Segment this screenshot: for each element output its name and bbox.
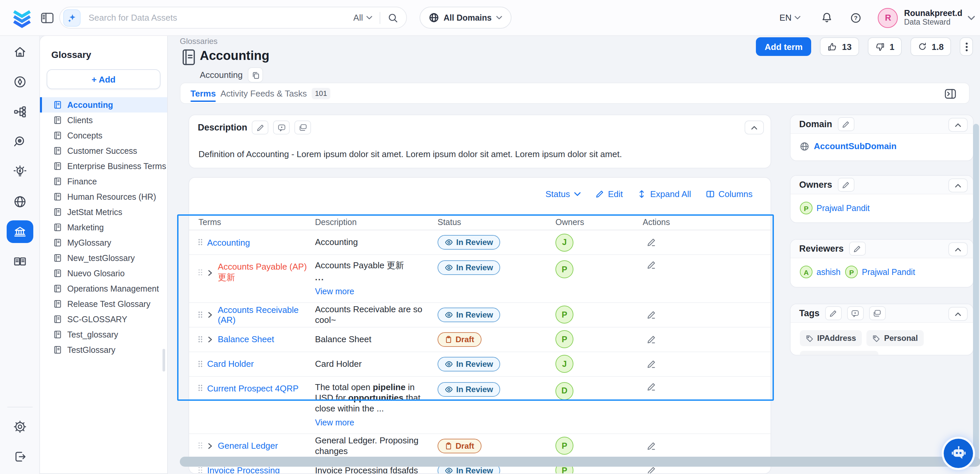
edit-domain-button[interactable]: [837, 117, 854, 131]
drag-handle-icon[interactable]: [199, 312, 202, 318]
sidebar-toggle-icon[interactable]: [41, 11, 54, 25]
glossary-list-item[interactable]: Enterprise Business Terms: [40, 158, 167, 174]
copy-icon[interactable]: [248, 67, 263, 83]
status-badge[interactable]: In Review: [438, 382, 501, 397]
glossary-list-item[interactable]: SC-GLOSSARY: [40, 312, 167, 327]
drag-handle-icon[interactable]: [199, 443, 202, 449]
glossary-list-item[interactable]: Operations Management: [40, 281, 167, 296]
expand-row-chevron-icon[interactable]: [207, 336, 213, 343]
expand-row-chevron-icon[interactable]: [207, 443, 213, 449]
nav-governance[interactable]: [0, 216, 39, 247]
nav-logout[interactable]: [0, 441, 39, 471]
nav-domains[interactable]: [0, 186, 39, 216]
glossary-list-item[interactable]: Concepts: [40, 128, 167, 143]
chevron-down-icon[interactable]: [968, 15, 975, 20]
drag-handle-icon[interactable]: [199, 467, 202, 474]
owner-avatar[interactable]: P: [555, 306, 573, 324]
drag-handle-icon[interactable]: [199, 239, 202, 246]
nav-explore[interactable]: [0, 67, 39, 97]
owner-avatar[interactable]: D: [555, 382, 573, 400]
glossary-list-item[interactable]: Customer Success: [40, 143, 167, 158]
status-badge[interactable]: Draft: [438, 332, 482, 347]
edit-action-icon[interactable]: [647, 382, 656, 391]
status-badge[interactable]: In Review: [438, 235, 501, 250]
edit-tags-button[interactable]: [825, 306, 842, 320]
glossary-list-item[interactable]: TestGlossary: [40, 342, 167, 358]
glossary-list-item[interactable]: Marketing: [40, 220, 167, 235]
nav-settings[interactable]: [0, 412, 39, 441]
edit-reviewers-button[interactable]: [849, 242, 866, 256]
term-link[interactable]: Card Holder: [207, 359, 254, 369]
reviewer-entry[interactable]: P Prajwal Pandit: [845, 266, 915, 278]
add-term-button[interactable]: Add term: [756, 37, 811, 56]
chatbot-button[interactable]: [944, 439, 973, 468]
right-panel-toggle-icon[interactable]: [944, 88, 956, 100]
term-link[interactable]: Invoice Processing: [207, 466, 280, 474]
view-more-link[interactable]: View more: [315, 286, 354, 297]
glossary-list-item[interactable]: JetStat Metrics: [40, 204, 167, 220]
search-input[interactable]: [87, 12, 353, 23]
column-header-owners[interactable]: Owners: [547, 218, 635, 227]
glossary-list-item[interactable]: Human Resources (HR): [40, 189, 167, 204]
status-badge[interactable]: In Review: [438, 307, 501, 322]
reviewer-name-link[interactable]: Prajwal Pandit: [862, 267, 915, 277]
nav-home[interactable]: [0, 37, 39, 67]
glossary-list-item[interactable]: Clients: [40, 113, 167, 128]
edit-action-icon[interactable]: [647, 260, 656, 270]
nav-observability[interactable]: [0, 126, 39, 156]
glossary-list-item[interactable]: MyGlossary: [40, 235, 167, 250]
glossary-list-item[interactable]: New_testGlossary: [40, 250, 167, 266]
suggest-tags-button[interactable]: [869, 306, 885, 320]
search-icon[interactable]: [388, 12, 398, 23]
owner-avatar[interactable]: P: [555, 331, 573, 348]
collapse-owners-button[interactable]: [948, 178, 968, 192]
nav-lineage[interactable]: [0, 97, 39, 126]
drag-handle-icon[interactable]: [199, 361, 202, 367]
owner-avatar[interactable]: P: [555, 437, 573, 455]
search-scope-dropdown[interactable]: All: [353, 13, 372, 23]
column-header-description[interactable]: Description: [307, 218, 430, 227]
all-domains-selector[interactable]: All Domains: [420, 7, 512, 29]
language-selector[interactable]: EN: [780, 13, 801, 23]
tab-activity-feeds[interactable]: Activity Feeds & Tasks 101: [220, 83, 330, 103]
status-badge[interactable]: In Review: [438, 260, 501, 275]
term-link[interactable]: Accounting: [207, 237, 250, 247]
tag-chip[interactable]: sample_policy: [800, 351, 878, 355]
term-link[interactable]: General Ledger: [218, 441, 278, 451]
upvote-button[interactable]: 13: [820, 37, 859, 56]
column-header-terms[interactable]: Terms: [189, 218, 307, 227]
view-more-link[interactable]: View more: [315, 418, 354, 428]
downvote-button[interactable]: 1: [867, 37, 901, 56]
edit-description-button[interactable]: [252, 121, 269, 135]
reviewer-name-link[interactable]: ashish: [816, 267, 840, 277]
column-header-actions[interactable]: Actions: [635, 218, 770, 227]
owner-avatar[interactable]: P: [555, 260, 573, 278]
add-glossary-button[interactable]: + Add: [47, 69, 161, 89]
term-link[interactable]: Accounts Payable (AP) 更新: [218, 262, 307, 284]
column-header-status[interactable]: Status: [430, 218, 547, 227]
glossary-scrollbar[interactable]: [162, 349, 165, 371]
nav-insights[interactable]: [0, 156, 39, 186]
user-info[interactable]: Rounakpreet.d Data Steward: [904, 8, 963, 27]
tab-terms[interactable]: Terms: [191, 83, 216, 103]
drag-handle-icon[interactable]: [199, 385, 202, 392]
edit-table-button[interactable]: Edit: [595, 189, 623, 199]
sparkle-icon[interactable]: [63, 9, 81, 26]
expand-all-button[interactable]: Expand All: [638, 189, 691, 199]
edit-owners-button[interactable]: [837, 178, 854, 192]
edit-action-icon[interactable]: [647, 359, 656, 369]
glossary-list-item[interactable]: Nuevo Glosario: [40, 266, 167, 281]
glossary-list-item[interactable]: Release Test Glossary: [40, 296, 167, 312]
owner-entry[interactable]: P Prajwal Pandit: [800, 202, 870, 215]
collate-logo-icon[interactable]: [11, 6, 33, 29]
more-options-button[interactable]: [960, 37, 973, 56]
glossary-list-item[interactable]: Accounting: [40, 97, 167, 113]
version-button[interactable]: 1.8: [910, 37, 951, 56]
edit-action-icon[interactable]: [647, 466, 656, 474]
collapse-reviewers-button[interactable]: [948, 242, 968, 256]
status-badge[interactable]: In Review: [438, 357, 501, 371]
glossary-list-item[interactable]: Test_glossary: [40, 327, 167, 342]
expand-row-chevron-icon[interactable]: [207, 312, 213, 318]
breadcrumb[interactable]: Glossaries: [180, 37, 218, 46]
edit-action-icon[interactable]: [647, 441, 656, 451]
